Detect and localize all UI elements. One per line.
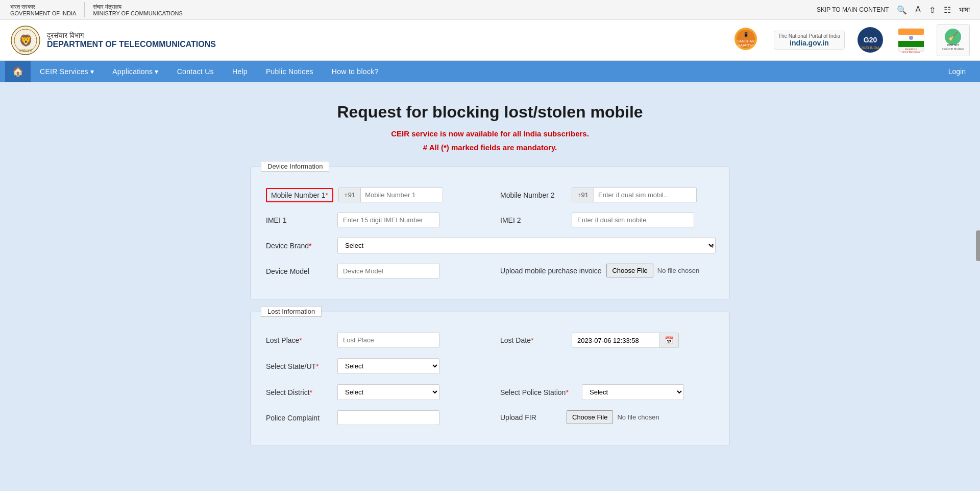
scrollbar[interactable] — [976, 230, 980, 261]
dept-text: दूरसंचार विभाग DEPARTMENT OF TELECOMMUNI… — [47, 31, 216, 49]
nav-login-btn[interactable]: Login — [939, 62, 975, 81]
device-model-upload-row: Device Model Upload mobile purchase invo… — [266, 264, 714, 278]
lost-date-input[interactable] — [572, 334, 659, 347]
state-label: Select State/UT* — [266, 362, 332, 370]
imei2-label: IMEI 2 — [500, 216, 567, 224]
nav-help[interactable]: Help — [223, 62, 257, 81]
govt-emblem: 🦁 सत्यमेव जयते — [10, 25, 41, 56]
lost-place-label: Lost Place* — [266, 336, 332, 344]
state-row: Select State/UT* Select Andhra Pradesh K… — [266, 358, 714, 374]
bhasha-btn[interactable]: भाषा — [959, 6, 970, 14]
header-left: 🦁 सत्यमेव जयते दूरसंचार विभाग DEPARTMENT… — [10, 25, 216, 56]
device-brand-row: Device Brand* Select Apple Samsung OnePl… — [266, 238, 714, 253]
svg-text:स्वच्छ भारत: स्वच्छ भारत — [946, 43, 960, 46]
svg-text:G20: G20 — [864, 36, 877, 44]
police-complaint-input[interactable] — [337, 410, 439, 425]
device-brand-select[interactable]: Select Apple Samsung OnePlus Xiaomi — [337, 238, 716, 253]
imei2-input[interactable] — [572, 213, 694, 227]
police-station-group: Select Police Station* Select — [500, 384, 714, 400]
svg-text:सत्यमेव जयते: सत्यमेव जयते — [18, 49, 33, 52]
font-size-icon[interactable]: A — [915, 5, 921, 14]
lost-place-date-row: Lost Place* Lost Date* 📅 — [266, 333, 714, 348]
state-select[interactable]: Select Andhra Pradesh Karnataka Maharash… — [337, 358, 439, 374]
applications-dropdown-icon: ▾ — [155, 67, 158, 76]
svg-point-16 — [909, 36, 913, 40]
mobile2-group: Mobile Number 2 +91 — [500, 188, 714, 202]
mobile2-input[interactable] — [594, 188, 696, 202]
india-gov-logo: The National Portal of India india.gov.i… — [774, 31, 845, 50]
upload-invoice-label: Upload mobile purchase invoice — [500, 267, 601, 275]
lost-place-group: Lost Place* — [266, 333, 480, 347]
mobile1-label: Mobile Number 1* — [266, 191, 333, 199]
police-complaint-group: Police Complaint — [266, 410, 480, 425]
imei1-input[interactable] — [337, 213, 439, 227]
district-label: Select District* — [266, 388, 332, 396]
nav-how-to-block[interactable]: How to block? — [323, 62, 388, 81]
mobile2-prefix: +91 — [572, 188, 594, 202]
svg-text:SWACHH BHARAT: SWACHH BHARAT — [942, 48, 964, 51]
top-bar-right: SKIP TO MAIN CONTENT 🔍 A ⇧ ☷ भाषा — [817, 5, 970, 15]
home-icon: 🏠 — [12, 66, 23, 77]
top-bar: भारत सरकार GOVERNMENT OF INDIA संचार मंत… — [0, 0, 980, 20]
sanchar-saarthi-logo: 📱 SANCHAR SAARTHI — [728, 26, 764, 54]
ceir-dropdown-icon: ▾ — [90, 67, 94, 76]
lost-section-title: Lost Information — [261, 306, 322, 317]
svg-text:SAARTHI: SAARTHI — [738, 43, 753, 47]
lost-date-group: Lost Date* 📅 — [500, 333, 714, 348]
device-information-section: Device Information Mobile Number 1* +91 — [250, 167, 730, 299]
subtitle: CEIR service is now available for all In… — [250, 127, 730, 154]
district-select[interactable]: Select — [337, 384, 439, 400]
upload-invoice-group: Upload mobile purchase invoice Choose Fi… — [500, 264, 714, 277]
svg-rect-13 — [898, 29, 924, 35]
choose-file-btn[interactable]: Choose File — [606, 264, 653, 277]
district-police-row: Select District* Select Select Police St… — [266, 384, 714, 400]
svg-text:SANCHAR: SANCHAR — [737, 39, 754, 43]
navbar: 🏠 CEIR Services ▾ Applications ▾ Contact… — [0, 61, 980, 82]
device-brand-label: Device Brand* — [266, 242, 332, 250]
svg-text:📱: 📱 — [743, 32, 749, 38]
top-bar-left: भारत सरकार GOVERNMENT OF INDIA संचार मंत… — [10, 2, 183, 17]
upload-fir-group: Upload FIR Choose File No file chosen — [500, 410, 714, 424]
nav-applications[interactable]: Applications ▾ — [103, 62, 167, 81]
device-model-input[interactable] — [337, 264, 439, 278]
skip-link[interactable]: SKIP TO MAIN CONTENT — [817, 6, 889, 13]
form-container: Request for blocking lost/stolen mobile … — [235, 92, 745, 469]
lost-place-input[interactable] — [337, 333, 439, 347]
upload-fir-label: Upload FIR — [500, 413, 561, 422]
mobile-numbers-row: Mobile Number 1* +91 Mobile Number 2 +91 — [266, 188, 714, 202]
ministry-text: संचार मंत्रालय MINISTRY OF COMMUNICATION… — [93, 4, 182, 16]
mobile2-label: Mobile Number 2 — [500, 191, 567, 199]
mobile1-input[interactable] — [361, 188, 443, 202]
svg-text:🧹: 🧹 — [948, 32, 958, 41]
svg-rect-15 — [898, 41, 924, 47]
sitemap-icon[interactable]: ☷ — [944, 5, 951, 15]
swachh-bharat-logo: 🧹 स्वच्छ भारत SWACHH BHARAT — [937, 24, 970, 56]
complaint-fir-row: Police Complaint Upload FIR Choose File … — [266, 410, 714, 425]
search-icon[interactable]: 🔍 — [897, 5, 907, 15]
govt-text: भारत सरकार GOVERNMENT OF INDIA — [10, 4, 76, 16]
imei1-label: IMEI 1 — [266, 216, 332, 224]
share-icon[interactable]: ⇧ — [929, 5, 936, 15]
device-section-title: Device Information — [261, 161, 329, 172]
imei2-group: IMEI 2 — [500, 213, 714, 227]
main-content: Request for blocking lost/stolen mobile … — [0, 82, 980, 491]
header-center: 📱 SANCHAR SAARTHI The National Portal of… — [728, 24, 970, 56]
fir-choose-file-btn[interactable]: Choose File — [567, 410, 613, 424]
svg-text:🦁: 🦁 — [19, 34, 33, 48]
nav-public-notices[interactable]: Public Notices — [257, 62, 323, 81]
district-group: Select District* Select — [266, 384, 480, 400]
police-station-label: Select Police Station* — [500, 388, 577, 396]
imei-row: IMEI 1 IMEI 2 — [266, 213, 714, 227]
police-complaint-label: Police Complaint — [266, 414, 332, 422]
police-station-select[interactable]: Select — [582, 384, 684, 400]
svg-text:Amrit Mahotsav: Amrit Mahotsav — [902, 51, 920, 54]
nav-home-btn[interactable]: 🏠 — [5, 61, 31, 82]
mobile1-prefix: +91 — [339, 188, 361, 202]
calendar-icon[interactable]: 📅 — [659, 333, 678, 347]
azadi-logo: Azadi Ka Amrit Mahotsav — [896, 26, 926, 54]
no-file-text: No file chosen — [657, 267, 699, 274]
fir-file-upload-group: Choose File No file chosen — [567, 410, 659, 424]
nav-contact-us[interactable]: Contact Us — [168, 62, 223, 81]
nav-ceir-services[interactable]: CEIR Services ▾ — [31, 62, 103, 81]
header: 🦁 सत्यमेव जयते दूरसंचार विभाग DEPARTMENT… — [0, 20, 980, 61]
